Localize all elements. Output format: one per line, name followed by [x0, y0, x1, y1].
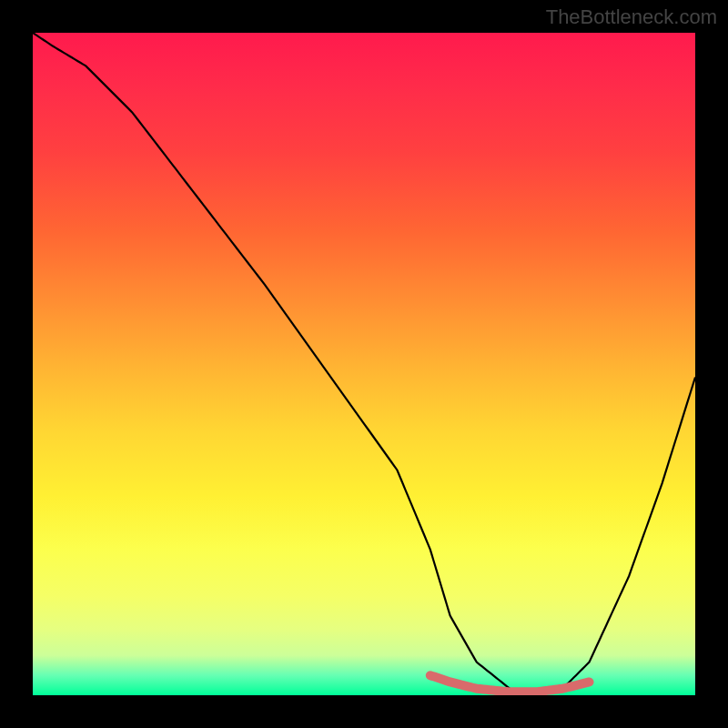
bottleneck-curve-line [33, 33, 695, 695]
curve-svg [33, 33, 695, 695]
watermark-text: TheBottleneck.com [546, 5, 717, 29]
highlight-band-line [430, 675, 590, 692]
plot-area [33, 33, 695, 695]
